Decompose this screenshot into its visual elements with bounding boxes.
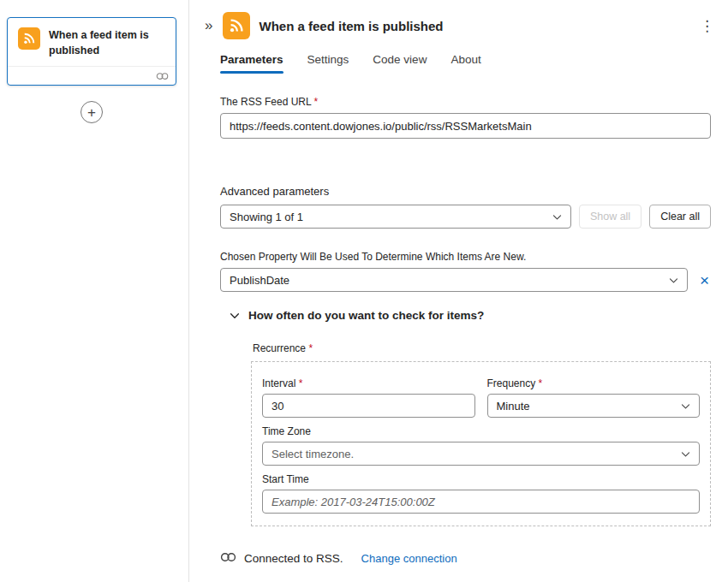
tab-code-view[interactable]: Code view	[373, 53, 427, 74]
interval-input[interactable]	[262, 394, 475, 418]
app-root: When a feed item is published + »	[0, 0, 728, 582]
advanced-parameters-label: Advanced parameters	[220, 185, 711, 198]
flow-canvas: When a feed item is published +	[0, 0, 189, 582]
more-menu-button[interactable]: ⋮	[695, 15, 719, 37]
chosen-property-label: Chosen Property Will Be Used To Determin…	[220, 251, 711, 263]
chevron-down-icon	[229, 310, 241, 322]
required-asterisk: *	[308, 342, 313, 354]
connected-status: Connected to RSS.	[244, 552, 343, 565]
recurrence-label: Recurrence *	[253, 342, 711, 354]
details-panel: » When a feed item is published ⋮ Parame…	[189, 0, 728, 582]
trigger-card-footer	[8, 66, 176, 85]
trigger-card[interactable]: When a feed item is published	[7, 17, 176, 86]
required-asterisk: *	[539, 377, 543, 389]
trigger-card-title: When a feed item is published	[49, 27, 165, 58]
rss-icon	[223, 12, 250, 39]
chosen-property-field: Chosen Property Will Be Used To Determin…	[220, 251, 711, 292]
start-time-label: Start Time	[262, 473, 700, 485]
clear-property-button[interactable]: ×	[698, 272, 711, 288]
connection-footer: Connected to RSS. Change connection	[189, 540, 728, 582]
timezone-label: Time Zone	[262, 425, 700, 437]
rss-icon	[18, 27, 40, 50]
collapse-panel-button[interactable]: »	[203, 15, 214, 36]
timezone-dropdown[interactable]: Select timezone.	[262, 442, 700, 466]
tab-bar: Parameters Settings Code view About	[220, 53, 711, 74]
chevron-down-icon	[680, 448, 691, 460]
chevron-down-icon	[680, 401, 691, 412]
parameters-content: The RSS Feed URL * Advanced parameters S…	[220, 96, 711, 526]
panel-title: When a feed item is published	[259, 19, 686, 33]
start-time-input[interactable]	[262, 490, 700, 514]
tab-parameters[interactable]: Parameters	[220, 53, 283, 74]
plus-icon: +	[87, 105, 96, 120]
tab-about[interactable]: About	[451, 53, 480, 74]
feed-url-label: The RSS Feed URL *	[220, 96, 711, 108]
chevron-down-icon	[668, 275, 679, 286]
feed-url-input[interactable]	[220, 113, 711, 139]
frequency-label: Frequency *	[487, 377, 701, 389]
panel-header: » When a feed item is published ⋮	[203, 12, 719, 39]
clear-all-button[interactable]: Clear all	[649, 205, 711, 229]
connection-icon	[220, 552, 236, 565]
interval-label: Interval *	[262, 377, 475, 389]
show-all-button[interactable]: Show all	[579, 205, 641, 229]
interval-field: Interval *	[262, 370, 475, 418]
required-asterisk: *	[314, 96, 319, 108]
tab-settings[interactable]: Settings	[307, 53, 349, 74]
frequency-dropdown[interactable]: Minute	[487, 394, 701, 418]
advanced-parameters-row: Showing 1 of 1 Show all Clear all	[220, 205, 711, 229]
feed-url-field: The RSS Feed URL *	[220, 96, 711, 139]
advanced-parameters-dropdown[interactable]: Showing 1 of 1	[220, 205, 571, 229]
chosen-property-dropdown[interactable]: PublishDate	[220, 268, 688, 292]
recurrence-editor: Interval * Frequency * Minute	[251, 361, 711, 526]
trigger-card-body: When a feed item is published	[8, 18, 176, 66]
frequency-field: Frequency * Minute	[487, 370, 701, 418]
required-asterisk: *	[299, 377, 303, 389]
connection-icon	[156, 68, 169, 84]
recurrence-section-toggle[interactable]: How often do you want to check for items…	[229, 309, 711, 322]
add-action-button[interactable]: +	[81, 101, 103, 123]
change-connection-link[interactable]: Change connection	[361, 552, 457, 565]
chevron-down-icon	[552, 211, 563, 223]
